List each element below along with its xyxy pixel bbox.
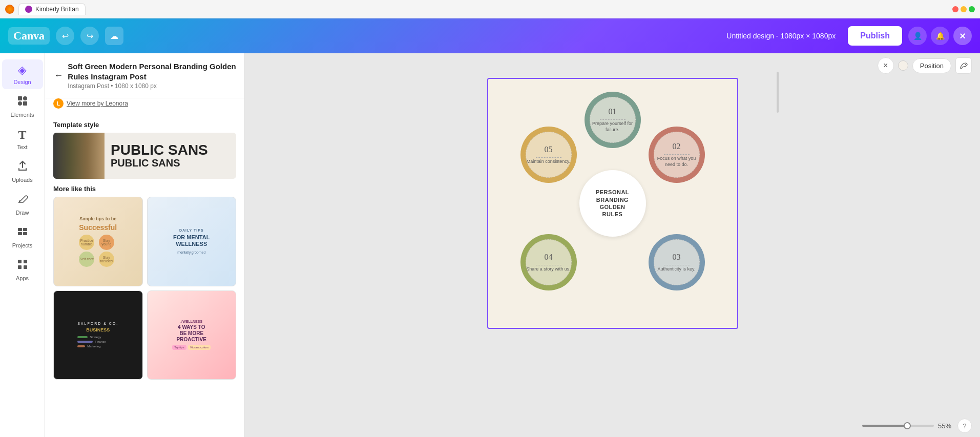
panel-title: Soft Green Modern Personal Branding Gold… [68, 61, 236, 81]
petal-03: 03 Authenticity is key. [649, 234, 705, 290]
svg-rect-8 [18, 260, 22, 263]
more-like-2-content: DAILY TIPS FOR MENTALWELLNESS mentally.g… [148, 197, 236, 286]
petal-03-text: Authenticity is key. [658, 266, 696, 273]
svg-point-12 [965, 64, 966, 65]
sidebar-item-projects[interactable]: Projects [2, 222, 43, 253]
sidebar-item-uploads[interactable]: Uploads [2, 156, 43, 187]
petal-04-text: Share a story with us. [526, 266, 571, 273]
petal-04-inner: 04 Share a story with us. [526, 239, 572, 285]
panel-subtitle: Instagram Post • 1080 x 1080 px [68, 82, 236, 90]
canva-logo: Canva [8, 27, 50, 45]
sidebar-projects-label: Projects [12, 242, 33, 248]
svg-rect-7 [23, 232, 27, 235]
petal-02-number: 02 [673, 142, 681, 151]
sidebar-item-apps[interactable]: Apps [2, 255, 43, 285]
browser-close-btn[interactable] [952, 6, 958, 12]
panel-author-row: L View more by Leonora [45, 98, 244, 115]
font-name-bold: PUBLIC SANS [111, 157, 208, 169]
panel-scroll-area: Template style PUBLIC SANS PUBLIC SANS M… [45, 115, 244, 437]
zoom-slider-container: 55% [862, 422, 951, 430]
canvas-close-button[interactable]: × [878, 57, 894, 74]
font-preview: PUBLIC SANS PUBLIC SANS [53, 133, 236, 179]
panel-title-block: Soft Green Modern Personal Branding Gold… [68, 61, 236, 90]
font-text-area: PUBLIC SANS PUBLIC SANS [105, 139, 214, 173]
undo-button[interactable]: ↩ [56, 27, 74, 45]
petal-01-text: Prepare yourself for failure. [590, 121, 635, 133]
more-like-item-3[interactable]: SALFORD & CO. BUSINESS Strategy Finance … [53, 290, 143, 380]
text-icon: T [18, 128, 26, 142]
more-like-3-content: SALFORD & CO. BUSINESS Strategy Finance … [54, 291, 142, 380]
browser-max-btn[interactable] [969, 6, 975, 12]
petal-01: 01 Prepare yourself for failure. [585, 92, 641, 148]
petal-03-inner: 03 Authenticity is key. [654, 239, 700, 285]
zoom-level: 55% [938, 422, 951, 430]
zoom-slider[interactable] [862, 425, 934, 427]
canva-topbar: Canva ↩ ↪ ☁ Untitled design - 1080px × 1… [0, 18, 980, 53]
publish-button[interactable]: Publish [848, 26, 902, 46]
svg-rect-9 [24, 260, 27, 263]
zoom-thumb [904, 422, 911, 429]
svg-rect-2 [18, 101, 22, 106]
template-panel: ← Soft Green Modern Personal Branding Go… [45, 53, 245, 437]
petal-04-number: 04 [545, 253, 553, 262]
user-icon-button[interactable]: 👤 [908, 27, 927, 45]
bell-icon-button[interactable]: 🔔 [931, 27, 949, 45]
browser-tab[interactable]: Kimberly Brittan [18, 3, 86, 15]
uploads-icon [17, 160, 28, 175]
svg-rect-11 [24, 265, 27, 269]
more-like-heading: More like this [45, 179, 244, 197]
template-style-heading: Template style [45, 115, 244, 133]
more-like-item-4[interactable]: #WELLNESS 4 WAYS TOBE MOREPROACTIVE Try … [147, 290, 237, 380]
author-avatar: L [53, 98, 64, 109]
color-swatch[interactable] [898, 60, 908, 71]
design-icon: ◈ [18, 64, 27, 77]
sidebar-design-label: Design [13, 79, 31, 85]
petal-01-number: 01 [609, 107, 617, 116]
panel-header: ← Soft Green Modern Personal Branding Go… [45, 53, 244, 98]
svg-rect-3 [23, 101, 27, 106]
sidebar-draw-label: Draw [16, 210, 29, 216]
canvas-area: × Position 01 Prepare yourself for failu… [245, 53, 980, 437]
svg-rect-0 [18, 96, 22, 100]
petal-01-inner: 01 Prepare yourself for failure. [590, 97, 636, 143]
elements-icon [17, 95, 28, 110]
canvas-design: 01 Prepare yourself for failure. 02 Focu… [487, 78, 738, 329]
redo-button[interactable]: ↪ [80, 27, 99, 45]
sidebar-text-label: Text [17, 144, 27, 150]
petal-04: 04 Share a story with us. [520, 234, 577, 290]
sidebar-item-elements[interactable]: Elements [2, 91, 43, 122]
petal-02: 02 Focus on what you need to do. [649, 127, 705, 183]
tab-avatar [25, 6, 32, 13]
apps-icon [17, 259, 28, 273]
position-button[interactable]: Position [912, 58, 951, 73]
sidebar-apps-label: Apps [16, 275, 29, 281]
svg-rect-6 [18, 232, 22, 235]
svg-rect-4 [18, 228, 22, 231]
svg-point-1 [23, 96, 27, 100]
more-like-item-1[interactable]: Simple tips to be Successful Practice hu… [53, 197, 143, 286]
help-button[interactable]: ? [957, 419, 972, 433]
petal-05-number: 05 [545, 145, 553, 154]
more-like-grid: Simple tips to be Successful Practice hu… [45, 197, 244, 380]
close-topbar-button[interactable]: × [953, 27, 972, 45]
petal-05-inner: 05 Maintain consistency. [526, 132, 572, 178]
view-more-link[interactable]: View more by Leonora [67, 100, 128, 107]
canvas-bottom: 55% ? [245, 414, 980, 437]
sidebar-item-text[interactable]: T Text [2, 124, 43, 154]
more-like-item-2[interactable]: DAILY TIPS FOR MENTALWELLNESS mentally.g… [147, 197, 237, 286]
cloud-save-button[interactable]: ☁ [105, 27, 123, 45]
design-title: Untitled design - 1080px × 1080px [726, 32, 836, 40]
sidebar-item-design[interactable]: ◈ Design [2, 59, 43, 89]
draw-icon [17, 193, 28, 207]
svg-rect-5 [23, 228, 27, 231]
petal-05: 05 Maintain consistency. [520, 127, 577, 183]
sidebar-icons: ◈ Design Elements T Text Uploads Draw [0, 53, 45, 437]
panel-back-button[interactable]: ← [53, 68, 64, 84]
sidebar-uploads-label: Uploads [12, 177, 32, 183]
petal-02-text: Focus on what you need to do. [654, 156, 699, 168]
paint-button[interactable] [955, 57, 972, 74]
more-like-4-content: #WELLNESS 4 WAYS TOBE MOREPROACTIVE Try … [148, 291, 236, 380]
sidebar-item-draw[interactable]: Draw [2, 189, 43, 220]
browser-min-btn[interactable] [961, 6, 967, 12]
petal-02-inner: 02 Focus on what you need to do. [654, 132, 700, 178]
